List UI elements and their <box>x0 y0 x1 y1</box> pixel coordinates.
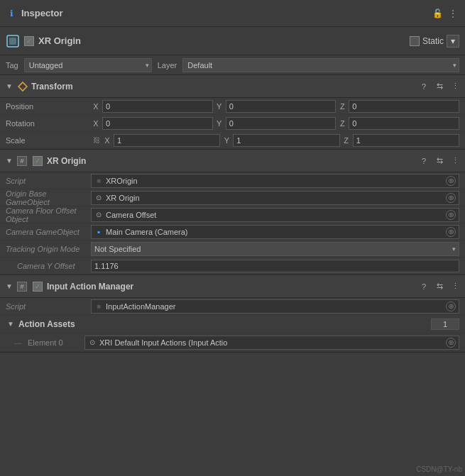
iam-script-icon: ■ <box>94 302 103 311</box>
static-label: Static <box>422 36 444 46</box>
static-dropdown[interactable]: ▾ <box>447 35 459 48</box>
iam-title: Input Action Manager <box>47 282 418 292</box>
scale-z-field[interactable] <box>353 134 459 147</box>
action-assets-collapse[interactable]: ▼ <box>6 319 16 329</box>
input-action-manager-header: ▼ # ✓ Input Action Manager ? ⇆ ⋮ <box>0 275 465 298</box>
element-0-label: Element 0 <box>28 338 84 347</box>
camera-go-label: Camera GameObject <box>6 228 91 236</box>
layer-label: Layer <box>158 61 177 70</box>
position-x-label: X <box>91 102 101 111</box>
action-assets-count[interactable] <box>431 319 459 330</box>
gameobject-name: XR Origin <box>38 35 410 46</box>
iam-script-value: InputActionManager <box>106 302 443 311</box>
action-assets-label: Action Assets <box>18 319 431 329</box>
xr-origin-script-value: XROrigin <box>106 177 443 185</box>
inspector-icon: ℹ <box>6 8 17 19</box>
transform-title: Transform <box>31 82 418 92</box>
rotation-x-field[interactable] <box>102 117 213 130</box>
transform-help-btn[interactable]: ? <box>418 81 430 92</box>
xr-origin-settings-btn[interactable]: ⇆ <box>434 155 445 167</box>
camera-floor-field[interactable]: ⊙ Camera Offset ◎ <box>91 208 459 222</box>
gameobject-active-checkbox[interactable]: ✓ <box>24 36 34 46</box>
scale-link-icon[interactable]: ⛓ <box>91 135 102 146</box>
origin-base-icon: ⊙ <box>94 194 103 202</box>
position-x-field[interactable] <box>102 100 213 113</box>
xr-origin-script-row: Script ■ XROrigin ◎ <box>0 172 465 189</box>
xr-origin-active[interactable]: ✓ <box>33 156 43 166</box>
camera-go-select-btn[interactable]: ◎ <box>446 227 456 237</box>
xr-origin-script-field[interactable]: ■ XROrigin ◎ <box>91 174 459 188</box>
origin-base-field[interactable]: ⊙ XR Origin ◎ <box>91 191 459 205</box>
watermark: CSDN@TY-nb <box>416 465 462 473</box>
iam-script-select-btn[interactable]: ◎ <box>446 301 456 311</box>
transform-settings-btn[interactable]: ⇆ <box>434 81 445 92</box>
iam-icon: # <box>17 282 27 292</box>
scale-x-field[interactable] <box>114 134 220 147</box>
element-0-select-btn[interactable]: ◎ <box>446 338 456 348</box>
inspector-tab-label: Inspector <box>21 8 63 18</box>
element-0-value: XRI Default Input Actions (Input Actio <box>99 338 443 347</box>
camera-y-offset-field[interactable] <box>91 260 459 272</box>
scale-y-field[interactable] <box>233 134 339 147</box>
layer-dropdown[interactable]: Default ▾ <box>182 58 459 72</box>
xr-origin-component: ▼ # ✓ XR Origin ? ⇆ ⋮ Script ■ XROrigin … <box>0 150 465 275</box>
iam-collapse[interactable]: ▼ <box>4 282 14 292</box>
position-y-field[interactable] <box>226 100 337 113</box>
xr-origin-header: ▼ # ✓ XR Origin ? ⇆ ⋮ <box>0 150 465 172</box>
xr-origin-icon: # <box>17 156 27 166</box>
xr-origin-collapse[interactable]: ▼ <box>4 156 14 166</box>
rotation-x-label: X <box>91 119 101 128</box>
transform-icon <box>17 81 28 92</box>
iam-settings-btn[interactable]: ⇆ <box>434 281 445 292</box>
xr-origin-menu-btn[interactable]: ⋮ <box>449 155 461 167</box>
iam-help-btn[interactable]: ? <box>418 281 430 292</box>
static-checkbox[interactable] <box>410 36 420 46</box>
camera-go-icon: ▪ <box>94 228 103 236</box>
tracking-mode-row: Tracking Origin Mode Not Specified ▾ <box>0 240 465 258</box>
camera-y-offset-row: Camera Y Offset <box>0 258 465 275</box>
position-y-label: Y <box>214 102 224 111</box>
origin-base-select-btn[interactable]: ◎ <box>446 193 456 203</box>
position-label: Position <box>6 102 91 111</box>
rotation-xyz: X Y Z <box>91 117 459 130</box>
element-0-field[interactable]: ⊙ XRI Default Input Actions (Input Actio… <box>84 336 459 350</box>
script-icon: ■ <box>94 177 103 185</box>
rotation-y-field[interactable] <box>226 117 337 130</box>
element-0-icon: ⊙ <box>88 338 97 347</box>
camera-floor-select-btn[interactable]: ◎ <box>446 210 456 220</box>
transform-actions: ? ⇆ ⋮ <box>418 81 461 92</box>
rotation-z-field[interactable] <box>349 117 459 130</box>
tag-dropdown[interactable]: Untagged ▾ <box>24 58 152 72</box>
rotation-row: Rotation X Y Z <box>0 115 465 132</box>
transform-collapse[interactable]: ▼ <box>4 82 14 92</box>
script-select-btn[interactable]: ◎ <box>446 176 456 186</box>
gameobject-icon <box>6 34 20 48</box>
camera-floor-row: Camera Floor Offset Object ⊙ Camera Offs… <box>0 206 465 223</box>
position-z-label: Z <box>337 102 347 111</box>
transform-menu-btn[interactable]: ⋮ <box>449 81 461 92</box>
lock-button[interactable]: 🔓 <box>431 7 444 20</box>
camera-y-offset-label: Camera Y Offset <box>6 262 91 270</box>
transform-header: ▼ Transform ? ⇆ ⋮ <box>0 75 465 98</box>
scale-row: Scale ⛓ X Y Z <box>0 132 465 149</box>
tracking-mode-label: Tracking Origin Mode <box>6 245 91 253</box>
tracking-mode-value: Not Specified <box>94 245 452 253</box>
iam-active[interactable]: ✓ <box>33 282 43 292</box>
tracking-mode-arrow: ▾ <box>452 245 456 253</box>
scale-x-label: X <box>102 136 112 145</box>
xr-origin-help-btn[interactable]: ? <box>418 155 430 167</box>
position-z-field[interactable] <box>349 100 459 113</box>
iam-menu-btn[interactable]: ⋮ <box>449 281 461 292</box>
element-0-row: — Element 0 ⊙ XRI Default Input Actions … <box>0 333 465 352</box>
position-row: Position X Y Z <box>0 98 465 115</box>
svg-marker-2 <box>18 82 27 91</box>
more-options-button[interactable]: ⋮ <box>447 7 459 20</box>
element-dash: — <box>14 338 22 347</box>
tracking-mode-dropdown[interactable]: Not Specified ▾ <box>91 242 459 256</box>
scale-z-label: Z <box>341 136 351 145</box>
rotation-y-label: Y <box>214 119 224 128</box>
iam-script-label: Script <box>6 302 91 311</box>
camera-go-field[interactable]: ▪ Main Camera (Camera) ◎ <box>91 225 459 239</box>
iam-script-field[interactable]: ■ InputActionManager ◎ <box>91 299 459 314</box>
tag-label: Tag <box>6 61 18 70</box>
